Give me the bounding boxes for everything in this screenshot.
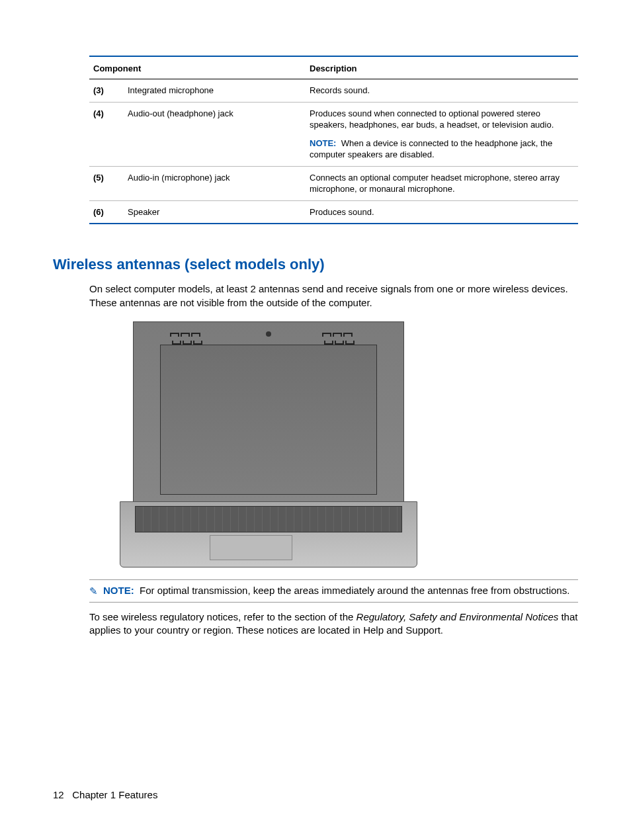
page-number: 12	[53, 789, 64, 800]
touchpad-icon	[210, 535, 292, 560]
section-heading: Wireless antennas (select models only)	[53, 256, 578, 273]
note-label: NOTE:	[103, 585, 134, 596]
th-component: Component	[89, 56, 306, 79]
keyboard-icon	[135, 506, 402, 532]
row-num: (6)	[89, 200, 124, 224]
row-component: Audio-in (microphone) jack	[124, 166, 306, 200]
row-description: Produces sound.	[306, 200, 578, 224]
reg-part1: To see wireless regulatory notices, refe…	[89, 611, 357, 622]
laptop-screen	[160, 345, 377, 495]
note-callout: ✎ NOTE: For optimal transmission, keep t…	[89, 579, 578, 603]
row-component: Speaker	[124, 200, 306, 224]
row-component: Integrated microphone	[124, 79, 306, 103]
antenna-right-icon	[322, 327, 362, 341]
chapter-label: Chapter 1 Features	[72, 789, 157, 800]
row-description: Produces sound when connected to optiona…	[306, 102, 578, 166]
reg-italic: Regulatory, Safety and Environmental Not…	[357, 611, 559, 622]
row-description: Connects an optional computer headset mi…	[306, 166, 578, 200]
component-table: Component Description (3) Integrated mic…	[89, 56, 578, 224]
regulatory-paragraph: To see wireless regulatory notices, refe…	[89, 610, 578, 638]
laptop-base	[120, 501, 417, 567]
laptop-illustration	[116, 321, 420, 573]
inline-note-text: When a device is connected to the headph…	[310, 138, 552, 160]
intro-paragraph: On select computer models, at least 2 an…	[89, 282, 578, 310]
row-component: Audio-out (headphone) jack	[124, 102, 306, 166]
inline-note-label: NOTE:	[310, 138, 336, 148]
row-description: Records sound.	[306, 79, 578, 103]
table-row: (3) Integrated microphone Records sound.	[89, 79, 578, 103]
row-desc-text: Produces sound when connected to optiona…	[310, 108, 554, 130]
page-footer: 12 Chapter 1 Features	[53, 789, 157, 800]
table-row: (5) Audio-in (microphone) jack Connects …	[89, 166, 578, 200]
row-num: (3)	[89, 79, 124, 103]
webcam-icon	[266, 331, 271, 337]
antenna-left-icon	[170, 327, 210, 341]
table-row: (4) Audio-out (headphone) jack Produces …	[89, 102, 578, 166]
row-num: (5)	[89, 166, 124, 200]
note-icon: ✎	[89, 585, 98, 598]
note-text: For optimal transmission, keep the areas…	[140, 585, 569, 596]
row-num: (4)	[89, 102, 124, 166]
th-description: Description	[306, 56, 578, 79]
table-row: (6) Speaker Produces sound.	[89, 200, 578, 224]
